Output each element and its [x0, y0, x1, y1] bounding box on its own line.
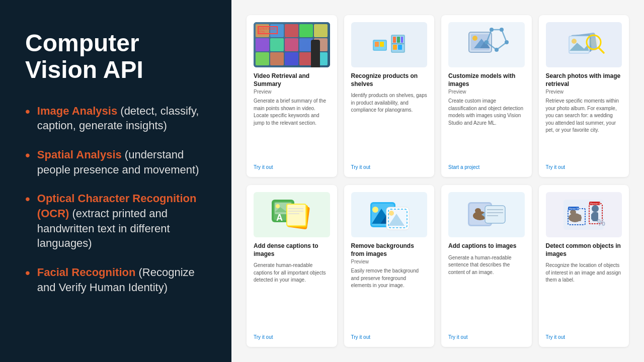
bullet-dot-4: • [25, 266, 30, 280]
card-recognize-products: Recognize products on shelves Identify p… [344, 15, 435, 177]
bullet-highlight-4: Facial Recognition [37, 266, 136, 279]
bullet-item-image-analysis: • Image Analysis (detect, classify, capt… [25, 104, 206, 133]
remove-bg-icon [366, 195, 412, 235]
card-title-search: Search photos with image retrieval [546, 72, 622, 88]
card-image-video: spilled liquid: 87% [254, 22, 330, 67]
bullet-highlight-2: Spatial Analysis [37, 148, 122, 161]
dense-captions-icon: A [269, 195, 314, 235]
card-image-customize [448, 22, 525, 67]
svg-rect-8 [397, 37, 400, 43]
card-link-captions[interactable]: Try it out [448, 334, 525, 340]
svg-point-49 [372, 207, 378, 213]
card-title-shelves: Recognize products on shelves [351, 72, 428, 88]
svg-point-72 [592, 205, 599, 212]
right-panel: spilled liquid: 87% Video Retrieval and … [231, 0, 644, 362]
svg-point-22 [485, 40, 489, 44]
bullet-text-2: Spatial Analysis (understand people pres… [37, 147, 206, 177]
cards-row-1: spilled liquid: 87% Video Retrieval and … [247, 15, 629, 177]
card-image-shelves [351, 22, 428, 67]
svg-text:Person 91%: Person 91% [590, 202, 604, 205]
card-image-remove-bg [351, 192, 428, 237]
left-panel: Computer Vision API • Image Analysis (de… [0, 0, 231, 362]
bullet-dot-3: • [25, 192, 30, 206]
card-desc-captions: Generate a human-readable sentence that … [448, 254, 525, 330]
card-preview-remove-bg: Preview [351, 259, 428, 264]
svg-point-18 [490, 28, 494, 32]
card-link-dense[interactable]: Try it out [254, 334, 330, 340]
detection-box: spilled liquid: 87% [258, 26, 278, 34]
card-link-video[interactable]: Try it out [254, 164, 330, 170]
svg-point-19 [500, 28, 504, 32]
card-image-detect: Horse 94% Person 91% % [546, 192, 622, 237]
card-desc-dense: Generate human-readable captions for all… [254, 262, 330, 330]
card-dense-captions: A Add dense captions to images Generate … [247, 185, 337, 347]
card-link-shelves[interactable]: Try it out [351, 164, 428, 170]
card-title-detect: Detect common objects in images [546, 242, 622, 258]
bullet-dot-2: • [25, 148, 30, 162]
card-customize-models: Customize models with images Preview Cre… [441, 15, 532, 177]
bullet-highlight-1: Image Analysis [37, 105, 117, 117]
detect-objects-icon: Horse 94% Person 91% % [561, 195, 606, 235]
cards-row-2: A Add dense captions to images Generate … [247, 185, 629, 347]
bullet-list: • Image Analysis (detect, classify, capt… [25, 104, 206, 295]
svg-point-20 [505, 40, 509, 44]
main-title: Computer Vision API [25, 30, 206, 83]
svg-rect-68 [571, 214, 574, 221]
bullet-item-spatial-analysis: • Spatial Analysis (understand people pr… [25, 147, 206, 177]
card-link-remove-bg[interactable]: Try it out [351, 334, 428, 340]
svg-text:A: A [276, 213, 283, 223]
svg-rect-41 [287, 205, 305, 225]
card-preview-customize: Preview [448, 89, 525, 95]
bullet-text-1: Image Analysis (detect, classify, captio… [37, 104, 206, 133]
svg-line-30 [599, 48, 604, 53]
svg-point-69 [570, 210, 576, 215]
card-preview-video: Preview [254, 89, 330, 95]
bullet-dot-1: • [25, 105, 30, 119]
card-add-captions: Add captions to images Generate a human-… [441, 185, 532, 347]
card-video-retrieval: spilled liquid: 87% Video Retrieval and … [247, 15, 337, 177]
card-link-customize[interactable]: Start a project [448, 164, 525, 170]
svg-text:Horse 94%: Horse 94% [569, 207, 582, 210]
card-desc-shelves: Identify products on shelves, gaps in pr… [351, 92, 428, 160]
svg-rect-7 [393, 37, 396, 43]
card-preview-search: Preview [546, 89, 622, 95]
card-title-dense: Add dense captions to images [254, 242, 330, 258]
shelves-icon [369, 25, 409, 65]
card-remove-bg: Remove backgrounds from images Preview E… [344, 185, 435, 347]
svg-text:%: % [597, 218, 605, 228]
card-desc-detect: Recognize the location of objects of int… [546, 262, 622, 330]
svg-point-16 [472, 36, 477, 41]
svg-point-31 [589, 38, 598, 47]
card-image-dense: A [254, 192, 330, 237]
card-desc-remove-bg: Easily remove the background and preserv… [351, 267, 428, 330]
svg-rect-9 [401, 37, 403, 43]
captions-icon [464, 195, 509, 235]
card-detect-objects: Horse 94% Person 91% % Detect common obj… [539, 185, 629, 347]
bullet-text-3: Optical Character Recognition (OCR) (ext… [37, 191, 206, 251]
svg-rect-61 [485, 206, 505, 223]
search-photos-icon [561, 25, 606, 65]
svg-rect-2 [375, 42, 379, 47]
svg-point-35 [276, 204, 280, 208]
card-desc-video: Generate a brief summary of the main poi… [254, 98, 330, 160]
card-title-video: Video Retrieval and Summary [254, 72, 330, 88]
card-title-captions: Add captions to images [448, 242, 525, 250]
svg-rect-11 [398, 45, 402, 50]
card-desc-customize: Create custom image classification and o… [448, 98, 525, 160]
card-link-detect[interactable]: Try it out [546, 334, 622, 340]
bullet-text-4: Facial Recognition (Recognize and Verify… [37, 265, 206, 295]
card-image-captions [448, 192, 525, 237]
card-image-search [546, 22, 622, 67]
svg-rect-10 [393, 45, 397, 50]
person-silhouette [311, 40, 320, 67]
svg-rect-74 [591, 214, 594, 220]
bullet-item-facial: • Facial Recognition (Recognize and Veri… [25, 265, 206, 295]
svg-point-53 [389, 211, 394, 216]
svg-rect-3 [380, 42, 384, 47]
card-search-photos: Search photos with image retrieval Previ… [539, 15, 629, 177]
svg-point-59 [475, 208, 481, 213]
bullet-item-ocr: • Optical Character Recognition (OCR) (e… [25, 191, 206, 251]
card-title-remove-bg: Remove backgrounds from images [351, 242, 428, 258]
card-link-search[interactable]: Try it out [546, 164, 622, 170]
card-title-customize: Customize models with images [448, 72, 525, 88]
